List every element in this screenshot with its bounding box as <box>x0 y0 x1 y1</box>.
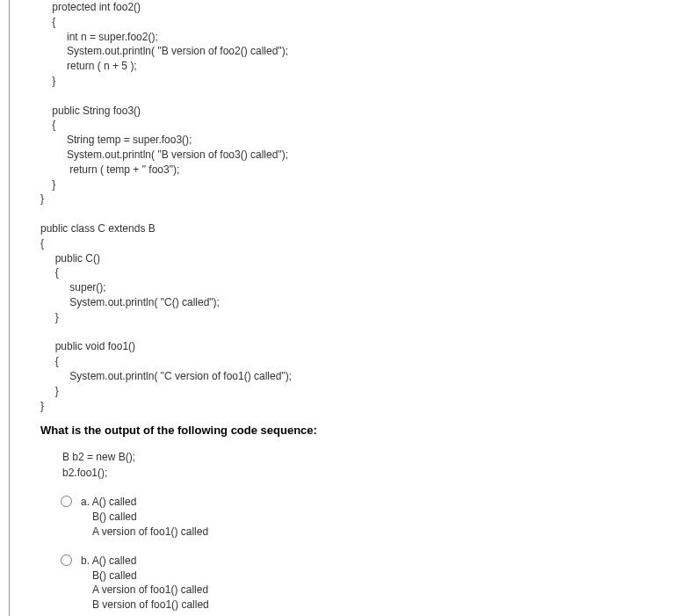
option-a-content: a. A() calledB() calledA version of foo1… <box>81 495 208 539</box>
code-snippet-line: B b2 = new B(); <box>62 449 673 465</box>
answer-options: a. A() calledB() calledA version of foo1… <box>56 495 673 616</box>
option-b-content: b. A() calledB() calledA version of foo1… <box>81 554 209 612</box>
code-snippet: B b2 = new B(); b2.foo1(); <box>62 449 673 481</box>
radio-option-a[interactable] <box>61 496 72 507</box>
radio-option-b[interactable] <box>61 554 72 566</box>
option-a[interactable]: a. A() calledB() calledA version of foo1… <box>56 495 673 539</box>
question-prompt: What is the output of the following code… <box>40 424 673 437</box>
code-listing: protected int foo2() { int n = super.foo… <box>40 0 673 413</box>
option-b[interactable]: b. A() calledB() calledA version of foo1… <box>56 554 673 612</box>
question-container: protected int foo2() { int n = super.foo… <box>9 0 673 616</box>
code-snippet-line: b2.foo1(); <box>62 465 673 481</box>
